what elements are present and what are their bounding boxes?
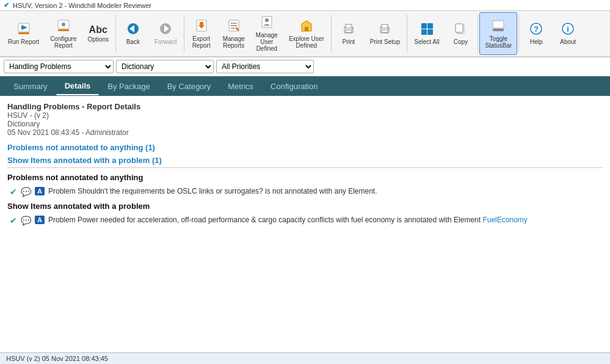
svg-rect-20 xyxy=(305,27,308,31)
svg-rect-36 xyxy=(493,29,504,31)
section-1-link[interactable]: Problems not annotated to anything (1) xyxy=(7,143,603,152)
warning-icon-2: A xyxy=(35,216,45,224)
problem-text-2-prefix: Problem Power needed for acceleration, o… xyxy=(48,216,482,224)
about-icon: i xyxy=(561,22,575,37)
manage-user-defined-button[interactable]: ManageUserDefined xyxy=(250,12,283,55)
problem-text-2: Problem Power needed for acceleration, o… xyxy=(48,216,528,224)
help-button[interactable]: ? Help xyxy=(520,12,552,55)
back-button[interactable]: Back xyxy=(117,12,149,55)
svg-rect-22 xyxy=(346,24,352,28)
print-setup-icon xyxy=(378,22,391,37)
run-report-button[interactable]: Run Report xyxy=(2,12,45,55)
content-area: Handling Problems - Report Details HSUV … xyxy=(0,96,610,324)
section-2-link[interactable]: Show Items annotated with a problem (1) xyxy=(7,156,603,165)
manage-user-defined-icon xyxy=(260,15,274,31)
title-bar-icon: ✔ xyxy=(4,1,9,9)
svg-rect-31 xyxy=(421,29,427,35)
svg-rect-30 xyxy=(427,23,433,29)
title-bar-text: HSUV, Version 2 - Windchill Modeler Revi… xyxy=(13,2,151,9)
tab-details[interactable]: Details xyxy=(56,78,100,95)
back-icon xyxy=(126,22,140,37)
toggle-statusbar-button[interactable]: ToggleStatusBar xyxy=(479,12,517,55)
section-1-heading: Problems not annotated to anything xyxy=(7,173,603,182)
tab-metrics[interactable]: Metrics xyxy=(219,78,262,95)
divider-5 xyxy=(477,15,478,53)
export-report-label: ExportReport xyxy=(192,35,211,49)
select-all-label: Select All xyxy=(414,38,439,45)
toggle-statusbar-icon xyxy=(492,19,505,34)
forward-button[interactable]: Forward xyxy=(149,12,183,55)
status-bar-text: HSUV (v 2) 05 Nov 2021 08:43:45 xyxy=(6,355,108,362)
priority-dropdown[interactable]: All Priorities High Medium Low xyxy=(216,60,314,73)
select-all-icon xyxy=(420,22,434,37)
select-all-button[interactable]: Select All xyxy=(408,12,445,55)
print-setup-label: Print Setup xyxy=(370,38,400,45)
svg-rect-26 xyxy=(382,24,388,28)
tab-summary[interactable]: Summary xyxy=(5,78,56,95)
print-setup-button[interactable]: Print Setup xyxy=(365,12,405,55)
about-button[interactable]: i About xyxy=(552,12,584,55)
manage-reports-button[interactable]: ManageReports xyxy=(217,12,250,55)
dropdowns-row: Handling Problems Dictionary All Priorit… xyxy=(0,57,610,76)
print-icon xyxy=(342,22,355,37)
svg-rect-29 xyxy=(421,23,427,29)
back-label: Back xyxy=(126,38,140,45)
warning-icon-1: A xyxy=(35,187,45,195)
print-button[interactable]: Print xyxy=(333,12,365,55)
ribbon-toolbar: Run Report ConfigureReport Abc Options B… xyxy=(0,11,610,57)
about-label: About xyxy=(560,38,576,45)
explore-user-defined-icon xyxy=(300,19,313,34)
svg-rect-23 xyxy=(346,30,352,32)
tab-by-package[interactable]: By Package xyxy=(99,78,158,95)
forward-label: Forward xyxy=(154,38,177,45)
check-icon-2: ✔ xyxy=(10,216,17,225)
svg-text:?: ? xyxy=(534,24,539,34)
title-bar: ✔ HSUV, Version 2 - Windchill Modeler Re… xyxy=(0,0,610,11)
report-date: 05 Nov 2021 08:43:45 - Administrator xyxy=(7,128,603,137)
copy-button[interactable]: Copy xyxy=(445,12,476,55)
svg-point-28 xyxy=(388,28,389,29)
svg-rect-2 xyxy=(18,32,29,34)
manage-reports-icon xyxy=(227,19,241,34)
divider-3 xyxy=(331,15,332,53)
manage-user-defined-label: ManageUserDefined xyxy=(256,32,278,52)
report-header: Handling Problems - Report Details HSUV … xyxy=(7,102,603,137)
svg-rect-34 xyxy=(456,24,463,32)
check-icon-1: ✔ xyxy=(10,187,17,197)
divider-2 xyxy=(184,15,184,53)
export-report-button[interactable]: ExportReport xyxy=(186,12,217,55)
options-label: Options xyxy=(88,36,109,43)
svg-rect-5 xyxy=(58,29,69,31)
copy-label: Copy xyxy=(454,38,468,45)
copy-icon xyxy=(454,22,467,37)
report-title: Handling Problems - Report Details xyxy=(7,102,603,111)
svg-text:i: i xyxy=(567,24,569,34)
divider-6 xyxy=(518,15,519,53)
section-2-heading: Show Items annotated with a problem xyxy=(7,202,603,211)
explore-user-defined-button[interactable]: Explore UserDefined xyxy=(283,12,330,55)
print-label: Print xyxy=(342,38,355,45)
tab-by-category[interactable]: By Category xyxy=(159,78,220,95)
options-button[interactable]: Abc Options xyxy=(82,12,114,55)
toggle-statusbar-label: ToggleStatusBar xyxy=(485,35,512,49)
problem-text-2-element[interactable]: FuelEconomy xyxy=(482,216,527,224)
svg-point-4 xyxy=(62,23,65,26)
tab-configuration[interactable]: Configuration xyxy=(262,78,326,95)
configure-report-label: ConfigureReport xyxy=(50,35,76,49)
report-type-dropdown[interactable]: Handling Problems xyxy=(4,60,114,73)
help-label: Help xyxy=(530,38,543,45)
configure-report-button[interactable]: ConfigureReport xyxy=(45,12,82,55)
problem-row-2: ✔ 💬 A Problem Power needed for accelerat… xyxy=(7,216,603,225)
help-icon: ? xyxy=(529,22,543,37)
run-report-icon xyxy=(17,22,31,37)
explore-user-defined-label: Explore UserDefined xyxy=(289,35,324,49)
svg-rect-27 xyxy=(382,30,388,32)
report-sub-dropdown[interactable]: Dictionary xyxy=(116,60,214,73)
tab-bar: Summary Details By Package By Category M… xyxy=(0,76,610,96)
svg-rect-12 xyxy=(200,22,203,26)
divider-1 xyxy=(115,15,116,53)
export-report-icon xyxy=(195,19,208,34)
forward-icon xyxy=(159,22,172,37)
svg-rect-35 xyxy=(493,21,504,28)
svg-point-24 xyxy=(352,28,353,29)
